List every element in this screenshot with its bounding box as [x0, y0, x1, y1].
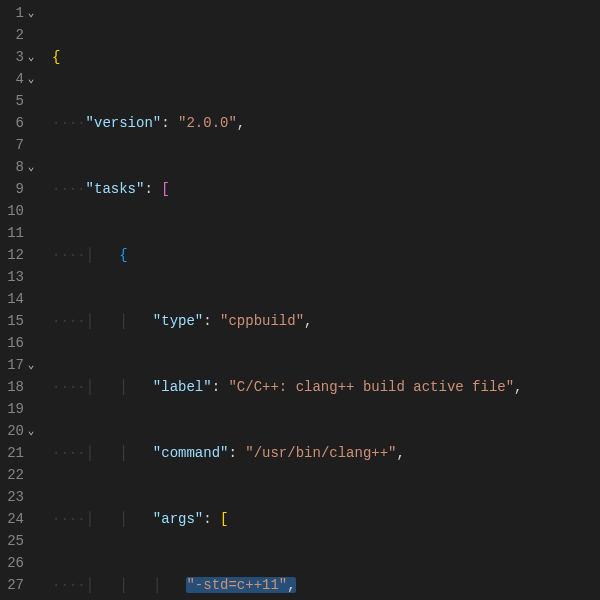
line-number: 26: [0, 552, 24, 574]
line-number: 12: [0, 244, 24, 266]
fold-chevron-icon[interactable]: ⌄: [24, 2, 38, 24]
line-number: 7: [0, 134, 24, 156]
line-number: 10: [0, 200, 24, 222]
line-number: 17: [0, 354, 24, 376]
line-number: 3: [0, 46, 24, 68]
line-number: 24: [0, 508, 24, 530]
line-number: 11: [0, 222, 24, 244]
code-line[interactable]: ····│ │ "type": "cppbuild",: [52, 310, 600, 332]
code-line[interactable]: ····│ │ "label": "C/C++: clang++ build a…: [52, 376, 600, 398]
line-number: 5: [0, 90, 24, 112]
fold-chevron-icon[interactable]: ⌄: [24, 420, 38, 442]
line-number: 13: [0, 266, 24, 288]
line-number: 27: [0, 574, 24, 596]
fold-chevron-icon[interactable]: ⌄: [24, 156, 38, 178]
line-number: 23: [0, 486, 24, 508]
fold-chevron-icon[interactable]: ⌄: [24, 354, 38, 376]
code-line[interactable]: ····│ │ "args": [: [52, 508, 600, 530]
code-line[interactable]: {: [52, 46, 600, 68]
code-line[interactable]: ····"tasks": [: [52, 178, 600, 200]
line-number: 14: [0, 288, 24, 310]
fold-chevron-icon[interactable]: ⌄: [24, 68, 38, 90]
line-number: 21: [0, 442, 24, 464]
line-number: 1: [0, 2, 24, 24]
code-line[interactable]: ····│ │ │ "-std=c++11",: [52, 574, 600, 596]
line-number: 16: [0, 332, 24, 354]
line-number: 22: [0, 464, 24, 486]
gutter: 1234567891011121314151617181920212223242…: [0, 0, 44, 600]
code-line[interactable]: ····"version": "2.0.0",: [52, 112, 600, 134]
line-number: 15: [0, 310, 24, 332]
line-number: 18: [0, 376, 24, 398]
code-editor[interactable]: 1234567891011121314151617181920212223242…: [0, 0, 600, 600]
line-number: 4: [0, 68, 24, 90]
fold-chevron-icon[interactable]: ⌄: [24, 46, 38, 68]
line-number: 2: [0, 24, 24, 46]
line-number: 6: [0, 112, 24, 134]
code-line[interactable]: ····│ {: [52, 244, 600, 266]
line-number: 25: [0, 530, 24, 552]
code-line[interactable]: ····│ │ "command": "/usr/bin/clang++",: [52, 442, 600, 464]
code-area[interactable]: { ····"version": "2.0.0", ····"tasks": […: [44, 0, 600, 600]
line-number: 20: [0, 420, 24, 442]
line-number: 8: [0, 156, 24, 178]
line-number: 9: [0, 178, 24, 200]
line-number: 19: [0, 398, 24, 420]
